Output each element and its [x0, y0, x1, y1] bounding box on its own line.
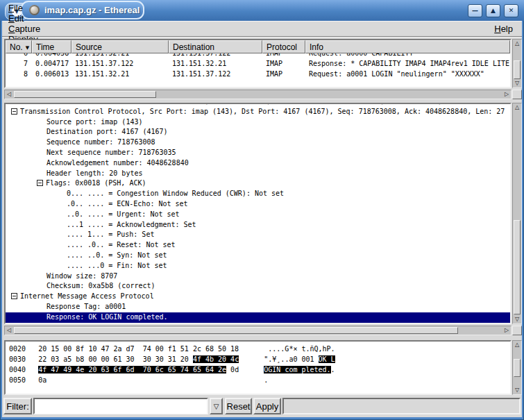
tree-line-text: Response Tag: a0001 — [47, 303, 126, 310]
hex-dump-pane: 0020 20 15 00 8f 10 47 2a d7 74 00 f1 51… — [4, 340, 512, 395]
tree-line[interactable]: Internet Protocol, Src Addr: 131.151.37.… — [6, 103, 510, 107]
scrollbar-thumb[interactable] — [14, 327, 458, 334]
tree-line-text: Transmission Control Protocol, Src Port:… — [20, 108, 505, 115]
maximize-button[interactable]: ▲ — [486, 4, 500, 17]
tree-line[interactable]: Header length: 20 bytes — [6, 169, 510, 179]
tree-line[interactable]: ...1 .... = Acknowledgment: Set — [6, 220, 510, 230]
hex-text: 0030 — [9, 355, 38, 363]
hex-row[interactable]: 0030 22 03 a5 b8 00 00 61 30 30 30 31 20… — [9, 354, 510, 364]
tree-line[interactable]: Response Tag: a0001 — [6, 302, 510, 312]
packet-row[interactable]: 80.006013131.151.32.21131.151.37.122IMAP… — [6, 69, 510, 79]
titlebar[interactable]: ▼ imap.cap.gz - Ethereal — ▲ ✕ — [0, 0, 524, 21]
column-header-destination[interactable]: Destination — [169, 40, 262, 53]
cell-protocol: IMAP — [262, 69, 305, 79]
hex-text: 0040 — [9, 366, 38, 373]
expander-minus-icon[interactable] — [11, 293, 17, 299]
cell-protocol: IMAP — [262, 58, 305, 69]
column-header-protocol[interactable]: Protocol — [262, 40, 305, 53]
packet-list-vertical-scrollbar[interactable]: △ ▽ — [512, 39, 522, 88]
scrollbar-thumb[interactable] — [514, 220, 521, 314]
tree-line[interactable]: Transmission Control Protocol, Src Port:… — [6, 107, 510, 117]
close-button[interactable]: ✕ — [504, 4, 518, 17]
filter-combo-button[interactable]: ▽ — [210, 398, 223, 414]
packet-list-pane: No.▼TimeSourceDestinationProtocolInfo 60… — [4, 39, 512, 88]
tree-line[interactable]: Internet Message Access Protocol — [6, 292, 510, 302]
tree-line[interactable]: Sequence number: 718763008 — [6, 137, 510, 148]
cell-no: 7 — [6, 58, 32, 69]
tree-line-text: .... .0.. = Reset: Not set — [67, 241, 176, 249]
expander-minus-icon[interactable] — [37, 180, 43, 186]
tree-line-text: Next sequence number: 718763035 — [47, 149, 176, 156]
column-header-source[interactable]: Source — [71, 40, 169, 53]
detail-vertical-scrollbar[interactable]: △ ▽ — [512, 103, 522, 324]
minimize-button[interactable]: — — [468, 4, 482, 17]
column-header-time[interactable]: Time — [32, 40, 71, 53]
hex-highlight: 4f 4b 20 4c — [193, 355, 239, 363]
tree-line[interactable]: Acknowledgement number: 4048628840 — [6, 158, 510, 169]
column-header-no[interactable]: No.▼ — [6, 40, 32, 53]
scroll-left-icon[interactable]: ◁ — [5, 90, 13, 99]
scroll-up-icon[interactable]: △ — [513, 103, 521, 112]
hex-highlight: OK L — [319, 355, 335, 363]
cell-destination: 131.151.32.21 — [169, 58, 262, 69]
client-area: FileEditCaptureDisplayTools Help No.▼Tim… — [2, 21, 522, 417]
tree-line[interactable]: Source port: imap (143) — [6, 117, 510, 128]
menu-item-capture[interactable]: Capture — [2, 24, 47, 34]
hex-row[interactable]: 0020 20 15 00 8f 10 47 2a d7 74 00 f1 51… — [9, 344, 510, 354]
hex-text — [47, 376, 264, 384]
tree-line[interactable]: Flags: 0x0018 (PSH, ACK) — [6, 178, 510, 189]
tree-line[interactable]: Destination port: 4167 (4167) — [6, 127, 510, 137]
cell-time: 0.004717 — [32, 58, 71, 69]
hex-text: ".¥¸..a0 001 — [264, 355, 318, 363]
tree-line[interactable]: .... ..0. = Syn: Not set — [6, 251, 510, 261]
detail-tree: Internet Protocol, Src Addr: 131.151.37.… — [6, 103, 510, 323]
packet-list-horizontal-scrollbar[interactable]: ◁ ▷ — [4, 90, 512, 99]
tree-line-text: .... 1... = Push: Set — [67, 230, 154, 238]
tree-line[interactable]: .... ...0 = Fin: Not set — [6, 261, 510, 271]
scroll-down-icon[interactable]: ▽ — [513, 315, 521, 324]
apply-button[interactable]: Apply — [253, 398, 281, 414]
column-header-info[interactable]: Info — [305, 40, 510, 53]
detail-horizontal-scrollbar[interactable]: ◁ ▷ — [4, 326, 512, 335]
expander-minus-icon[interactable] — [11, 103, 17, 104]
tree-line-text: Acknowledgement number: 4048628840 — [47, 159, 189, 167]
hex-row[interactable]: 0050 0a . — [9, 375, 510, 385]
scroll-down-icon[interactable]: ▽ — [513, 79, 521, 87]
hex-row[interactable]: 0040 4f 47 49 4e 20 63 6f 6d 70 6c 65 74… — [9, 364, 510, 375]
packet-row[interactable]: 60.004038131.151.32.21131.151.37.122IMAP… — [6, 53, 510, 58]
tree-line[interactable]: Window size: 8707 — [6, 271, 510, 282]
scroll-down-icon[interactable]: ▽ — [513, 386, 521, 394]
hex-text — [239, 366, 264, 373]
tree-line[interactable]: ..0. .... = Urgent: Not set — [6, 210, 510, 220]
menu-item-file[interactable]: File — [2, 3, 47, 13]
tree-line[interactable]: .... .0.. = Reset: Not set — [6, 240, 510, 251]
tree-line[interactable]: .0.. .... = ECN-Echo: Not set — [6, 199, 510, 210]
scroll-up-icon[interactable]: △ — [513, 40, 521, 48]
scrollbar-thumb[interactable] — [514, 359, 521, 377]
tree-line[interactable]: Checksum: 0xa5b8 (correct) — [6, 281, 510, 292]
filter-button[interactable]: Filter: — [3, 398, 32, 414]
tree-line[interactable]: 0... .... = Congestion Window Reduced (C… — [6, 189, 510, 199]
tree-line[interactable]: .... 1... = Push: Set — [6, 230, 510, 240]
menu-item-help[interactable]: Help — [488, 21, 519, 36]
packet-row[interactable]: 70.004717131.151.37.122131.151.32.21IMAP… — [6, 58, 510, 69]
filter-input[interactable] — [35, 400, 207, 414]
reset-button[interactable]: Reset — [225, 398, 252, 414]
scroll-right-icon[interactable]: ▷ — [502, 326, 511, 335]
scroll-right-icon[interactable]: ▷ — [502, 90, 511, 99]
application-window: ▼ imap.cap.gz - Ethereal — ▲ ✕ FileEditC… — [0, 0, 524, 420]
scrollbar-thumb[interactable] — [14, 91, 156, 98]
expander-minus-icon[interactable] — [11, 108, 17, 115]
hex-dump: 0020 20 15 00 8f 10 47 2a d7 74 00 f1 51… — [6, 342, 510, 385]
scroll-up-icon[interactable]: △ — [513, 341, 521, 349]
scroll-left-icon[interactable]: ◁ — [5, 326, 13, 335]
scrollbar-thumb[interactable] — [514, 60, 521, 79]
hex-vertical-scrollbar[interactable]: △ ▽ — [512, 340, 522, 395]
tree-line[interactable]: Response: OK LOGIN completed. — [6, 312, 510, 323]
menu-item-edit[interactable]: Edit — [2, 13, 47, 24]
window-title: imap.cap.gz - Ethereal — [44, 5, 140, 15]
detail-pane: Internet Protocol, Src Addr: 131.151.37.… — [4, 103, 512, 324]
tree-line[interactable]: Next sequence number: 718763035 — [6, 148, 510, 158]
cell-time: 0.006013 — [32, 69, 71, 79]
tree-line-text: Window size: 8707 — [47, 272, 117, 280]
